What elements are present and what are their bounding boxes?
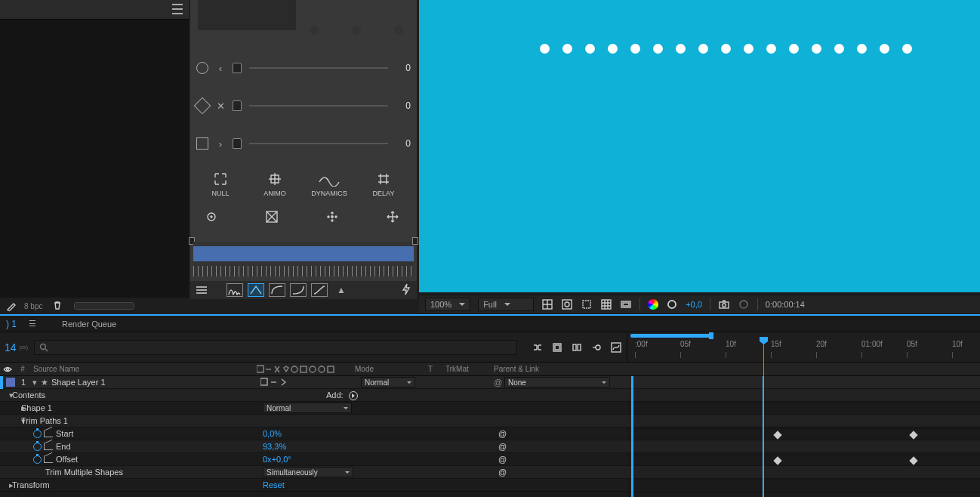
graph-icon[interactable]	[44, 443, 53, 450]
mode-animo[interactable]: ANIMO	[251, 171, 299, 197]
move-icon[interactable]	[385, 209, 400, 224]
channel-icon[interactable]	[620, 298, 632, 310]
prop-offset-row[interactable]: Offset 0x+0,0° @	[0, 453, 980, 466]
roi-icon[interactable]	[581, 298, 593, 310]
x-icon[interactable]: ✕	[216, 100, 225, 112]
tab-render-queue[interactable]: Render Queue	[53, 320, 125, 329]
show-snapshot-icon[interactable]	[738, 298, 750, 310]
zoom-dropdown[interactable]: 100%	[425, 298, 470, 311]
twirl-icon[interactable]: ▸	[0, 480, 12, 490]
minimap-handle-right[interactable]	[412, 237, 418, 245]
bpc-label[interactable]: 8 bpc	[24, 302, 42, 310]
diamond-icon[interactable]	[194, 97, 211, 115]
exposure-value[interactable]: +0,0	[686, 300, 702, 309]
expression-pickwhip-icon[interactable]: @	[498, 442, 507, 451]
col-mode[interactable]: Mode	[355, 365, 415, 373]
frameblend-icon[interactable]	[571, 341, 583, 353]
trimpaths-row[interactable]: ▾ Trim Paths 1	[0, 415, 980, 428]
col-trkmat[interactable]: TrkMat	[445, 365, 491, 373]
contents-row[interactable]: ▾ Contents Add:	[0, 389, 980, 402]
slider-track[interactable]	[249, 67, 388, 69]
color-management-icon[interactable]	[648, 299, 658, 310]
twirl-icon[interactable]: ▾	[29, 378, 41, 387]
transform-row[interactable]: ▸ Transform Reset	[0, 479, 980, 492]
prop-value[interactable]: 0,0%	[263, 429, 282, 438]
aperture-icon[interactable]	[666, 298, 678, 310]
tab-menu-icon[interactable]: ☰	[27, 319, 38, 329]
twirl-icon[interactable]: ▾	[0, 416, 21, 426]
target-icon[interactable]	[204, 209, 219, 224]
preview-timecode[interactable]: 0:00:00:14	[766, 300, 805, 309]
parent-dropdown[interactable]: None	[504, 377, 610, 387]
prop-value[interactable]: 0x+0,0°	[263, 455, 291, 464]
twirl-icon[interactable]: ▸	[0, 403, 21, 413]
graph-icon[interactable]	[44, 430, 53, 437]
motionblur-icon[interactable]	[590, 341, 602, 353]
shape-mode-dropdown[interactable]: Normal	[263, 403, 352, 413]
project-zoom-slider[interactable]	[74, 302, 134, 310]
comp-flowchart-icon[interactable]	[532, 341, 544, 353]
ease-bounce[interactable]	[227, 283, 243, 297]
transparency-grid-icon[interactable]	[541, 298, 553, 310]
slider-handle-icon[interactable]	[233, 100, 242, 111]
snapshot-icon[interactable]	[718, 298, 730, 310]
ease-in[interactable]	[269, 283, 285, 297]
square-icon[interactable]	[196, 137, 208, 150]
work-area-end[interactable]	[709, 332, 713, 339]
col-parent[interactable]: Parent & Link	[491, 365, 619, 373]
mask-icon[interactable]	[561, 298, 573, 310]
blend-mode-dropdown[interactable]: Normal	[361, 377, 415, 387]
timeline-ruler[interactable]: :00f05f10f15f20f01:00f05f10f	[627, 332, 980, 362]
playhead[interactable]	[763, 337, 764, 497]
chevron-left-icon[interactable]: ‹	[216, 63, 225, 74]
expression-pickwhip-icon[interactable]: @	[498, 468, 507, 477]
pickwhip-icon[interactable]: @	[494, 378, 502, 387]
expression-pickwhip-icon[interactable]: @	[498, 429, 507, 438]
work-area-bar[interactable]	[630, 334, 710, 338]
graph-icon[interactable]	[44, 455, 53, 463]
anchor-icon[interactable]	[325, 209, 340, 224]
layer-name[interactable]: Shape Layer 1	[51, 378, 106, 387]
ease-inout[interactable]	[311, 283, 328, 297]
visibility-column-icon[interactable]	[0, 365, 15, 374]
prop-value[interactable]: 93,3%	[263, 442, 286, 451]
prop-start-row[interactable]: Start 0,0% @	[0, 428, 980, 440]
slider-handle-icon[interactable]	[233, 63, 242, 73]
minimap-bar[interactable]	[193, 242, 414, 266]
draft3d-icon[interactable]	[551, 341, 563, 353]
timeline-search[interactable]	[34, 340, 517, 355]
stopwatch-icon[interactable]	[33, 455, 42, 464]
grid-icon[interactable]	[264, 209, 279, 224]
tab-comp[interactable]: ) 1	[0, 319, 23, 329]
prop-end-row[interactable]: End 93,3% @	[0, 440, 980, 453]
ease-linear[interactable]	[248, 283, 264, 297]
project-panel-tab[interactable]	[0, 0, 189, 20]
layer-color-chip[interactable]	[6, 378, 15, 387]
pen-icon[interactable]	[6, 301, 17, 311]
twirl-icon[interactable]: ▾	[0, 390, 12, 400]
stopwatch-icon[interactable]	[33, 443, 42, 451]
comp-start-marker[interactable]	[631, 376, 633, 497]
tms-dropdown[interactable]: Simultaneously	[263, 467, 353, 477]
stopwatch-icon[interactable]	[33, 430, 42, 438]
guides-icon[interactable]	[600, 298, 612, 310]
add-menu-icon[interactable]	[349, 391, 358, 400]
chevron-up-icon[interactable]: ▲	[337, 285, 346, 295]
panel-menu-icon[interactable]	[172, 4, 183, 14]
mode-dynamics[interactable]: DYNAMICS	[305, 171, 353, 197]
bolt-icon[interactable]	[402, 283, 411, 298]
resolution-dropdown[interactable]: Full	[478, 298, 534, 311]
graph-editor-icon[interactable]	[610, 341, 622, 353]
mode-null[interactable]: NULL	[196, 171, 245, 197]
circle-icon[interactable]	[196, 62, 208, 74]
prop-tms-row[interactable]: Trim Multiple Shapes Simultaneously @	[0, 466, 980, 479]
mode-delay[interactable]: DELAY	[359, 171, 408, 197]
col-source-name[interactable]: Source Name	[30, 365, 257, 373]
layer-row[interactable]: 1 ▾ ★ Shape Layer 1 Normal @ None	[0, 376, 980, 389]
slider-handle-icon[interactable]	[233, 138, 242, 149]
composition-preview[interactable]	[419, 0, 980, 292]
shape1-row[interactable]: ▸ Shape 1 Normal	[0, 402, 980, 415]
reset-link[interactable]: Reset	[263, 480, 285, 489]
ease-out[interactable]	[290, 283, 307, 297]
trash-icon[interactable]	[53, 301, 62, 311]
